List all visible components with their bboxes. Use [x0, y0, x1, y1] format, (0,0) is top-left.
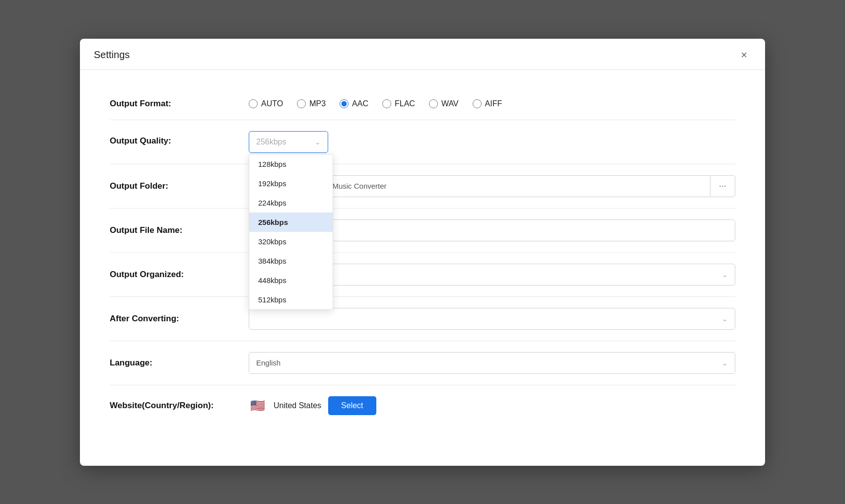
output-organized-row: Output Organized: ⌄ — [110, 253, 735, 297]
language-row: Language: English ⌄ — [110, 341, 735, 385]
quality-512[interactable]: 512kbps — [249, 290, 333, 309]
output-quality-content: 256kbps ⌄ 128kbps 192kbps 224kbps 256kbp… — [249, 131, 735, 153]
output-folder-row: Output Folder: ··· — [110, 164, 735, 209]
format-aiff[interactable]: AIFF — [473, 99, 502, 108]
country-flag: 🇺🇸 — [249, 400, 267, 412]
dialog-body: Output Format: AUTO MP3 AAC — [80, 70, 765, 446]
quality-dropdown-wrapper: 256kbps ⌄ 128kbps 192kbps 224kbps 256kbp… — [249, 131, 328, 153]
quality-dropdown-menu: 128kbps 192kbps 224kbps 256kbps 320kbps … — [249, 154, 333, 310]
format-wav-label: WAV — [441, 99, 459, 108]
website-content: 🇺🇸 United States Select — [249, 396, 735, 415]
format-wav[interactable]: WAV — [429, 99, 459, 108]
output-format-label: Output Format: — [110, 99, 249, 109]
output-format-content: AUTO MP3 AAC FLAC — [249, 99, 735, 108]
output-format-row: Output Format: AUTO MP3 AAC — [110, 88, 735, 120]
radio-mp3[interactable] — [297, 99, 306, 108]
select-country-button[interactable]: Select — [328, 396, 376, 415]
settings-dialog: Settings × Output Format: AUTO MP3 — [80, 39, 765, 466]
website-row: Website(Country/Region): 🇺🇸 United State… — [110, 385, 735, 426]
output-filename-row: Output File Name: — [110, 209, 735, 253]
dialog-title: Settings — [94, 49, 130, 61]
format-aac[interactable]: AAC — [340, 99, 368, 108]
quality-128[interactable]: 128kbps — [249, 154, 333, 174]
quality-192[interactable]: 192kbps — [249, 174, 333, 193]
quality-448[interactable]: 448kbps — [249, 271, 333, 290]
language-select[interactable]: English ⌄ — [249, 352, 735, 374]
country-name: United States — [274, 401, 321, 410]
language-label: Language: — [110, 358, 249, 368]
radio-aiff[interactable] — [473, 99, 482, 108]
language-content: English ⌄ — [249, 352, 735, 374]
chevron-down-icon: ⌄ — [722, 359, 728, 367]
radio-flac[interactable] — [382, 99, 391, 108]
quality-select-button[interactable]: 256kbps ⌄ — [249, 131, 328, 153]
after-converting-label: After Converting: — [110, 314, 249, 324]
quality-320[interactable]: 320kbps — [249, 232, 333, 251]
chevron-down-icon: ⌄ — [315, 138, 321, 146]
output-quality-row: Output Quality: 256kbps ⌄ 128kbps 192kbp… — [110, 120, 735, 164]
output-organized-label: Output Organized: — [110, 270, 249, 280]
format-aiff-label: AIFF — [485, 99, 502, 108]
quality-selected-value: 256kbps — [256, 138, 286, 146]
radio-wav[interactable] — [429, 99, 438, 108]
quality-224[interactable]: 224kbps — [249, 193, 333, 213]
website-country-row: 🇺🇸 United States Select — [249, 396, 376, 415]
format-flac[interactable]: FLAC — [382, 99, 415, 108]
radio-aac[interactable] — [340, 99, 349, 108]
quality-384[interactable]: 384kbps — [249, 251, 333, 271]
output-folder-label: Output Folder: — [110, 181, 249, 191]
chevron-down-icon: ⌄ — [722, 271, 728, 279]
format-flac-label: FLAC — [395, 99, 415, 108]
radio-auto[interactable] — [249, 99, 258, 108]
close-button[interactable]: × — [737, 48, 751, 63]
format-mp3-label: MP3 — [309, 99, 326, 108]
format-auto-label: AUTO — [261, 99, 283, 108]
after-converting-row: After Converting: ⌄ — [110, 297, 735, 341]
quality-256[interactable]: 256kbps — [249, 213, 333, 232]
format-auto[interactable]: AUTO — [249, 99, 283, 108]
format-aac-label: AAC — [352, 99, 368, 108]
dialog-header: Settings × — [80, 39, 765, 70]
language-value: English — [256, 359, 281, 367]
after-converting-select[interactable]: ⌄ — [249, 308, 735, 330]
folder-browse-button[interactable]: ··· — [710, 175, 735, 197]
output-quality-label: Output Quality: — [110, 131, 249, 146]
chevron-down-icon: ⌄ — [722, 315, 728, 323]
output-filename-label: Output File Name: — [110, 225, 249, 235]
after-converting-content: ⌄ — [249, 308, 735, 330]
format-mp3[interactable]: MP3 — [297, 99, 326, 108]
format-radio-group: AUTO MP3 AAC FLAC — [249, 99, 502, 108]
website-label: Website(Country/Region): — [110, 401, 249, 411]
